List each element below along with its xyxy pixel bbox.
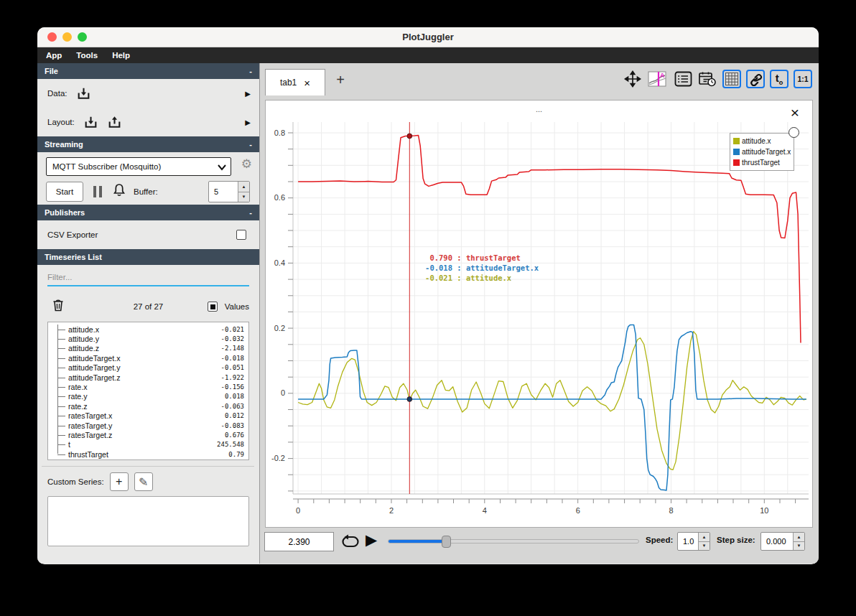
loop-icon[interactable] — [341, 533, 360, 553]
slider-handle[interactable] — [442, 536, 451, 548]
maximize-window-button[interactable] — [78, 32, 87, 42]
timeseries-item[interactable]: attitude.x-0.021 — [48, 325, 244, 334]
timeseries-item[interactable]: thrustTarget0.79 — [48, 449, 244, 459]
timeseries-item[interactable]: ratesTarget.x0.012 — [48, 411, 244, 421]
svg-text:0: 0 — [296, 506, 300, 515]
link-axes-icon[interactable] — [746, 70, 765, 88]
timeseries-item[interactable]: attitude.y-0.032 — [48, 334, 244, 343]
time-offset-icon[interactable]: to — [770, 70, 788, 88]
main-panel: tab1 × + A — [260, 63, 819, 564]
play-button[interactable]: ▶ — [366, 531, 377, 549]
curve-style-icon[interactable]: A — [647, 70, 669, 88]
ratio-one-to-one-icon[interactable]: 1:1 — [794, 70, 812, 88]
timeseries-list[interactable]: attitude.x-0.021 attitude.y-0.032 attitu… — [47, 322, 249, 460]
new-tab-button[interactable]: + — [332, 72, 349, 88]
plot-title[interactable]: ... — [266, 105, 812, 113]
timeseries-item[interactable]: rate.x-0.156 — [48, 382, 244, 391]
data-menu-arrow-icon[interactable]: ▶ — [245, 90, 251, 98]
list-view-icon[interactable] — [674, 70, 692, 88]
date-time-icon[interactable] — [697, 70, 717, 88]
close-window-button[interactable] — [47, 32, 57, 42]
timeseries-item[interactable]: attitudeTarget.x-0.018 — [48, 353, 244, 363]
timeseries-item[interactable]: rate.z-0.063 — [48, 401, 244, 411]
svg-text:0: 0 — [281, 388, 285, 397]
svg-text:0.8: 0.8 — [274, 129, 285, 137]
tracker-line: -0.021 : attitude.x — [419, 273, 539, 283]
streaming-section-header[interactable]: Streaming - — [37, 136, 259, 152]
add-custom-series-button[interactable]: + — [110, 472, 129, 491]
menu-help[interactable]: Help — [112, 51, 130, 60]
svg-text:6: 6 — [576, 506, 580, 515]
legend-swatch — [733, 159, 740, 166]
collapse-icon[interactable]: - — [249, 140, 252, 149]
spin-down-icon[interactable]: ▼ — [238, 192, 249, 202]
grid-layout-icon[interactable] — [722, 70, 741, 88]
collapse-icon[interactable]: - — [249, 208, 252, 217]
pan-arrows-icon[interactable] — [623, 70, 642, 88]
spin-up-icon[interactable]: ▲ — [699, 533, 710, 542]
streaming-settings-gear-icon[interactable]: ⚙ — [241, 157, 252, 172]
collapse-icon[interactable]: - — [249, 67, 252, 75]
load-data-icon[interactable] — [76, 86, 91, 101]
spin-down-icon[interactable]: ▼ — [794, 542, 804, 551]
data-label: Data: — [47, 89, 68, 98]
divider — [42, 466, 254, 467]
bell-icon[interactable] — [112, 182, 126, 200]
publishers-section-header[interactable]: Publishers - — [37, 205, 259, 220]
legend-drag-handle[interactable] — [788, 127, 799, 138]
spin-up-icon[interactable]: ▲ — [794, 533, 804, 542]
timeseries-item[interactable]: ratesTarget.z0.676 — [48, 430, 244, 439]
pause-icon[interactable] — [93, 186, 102, 197]
minimize-window-button[interactable] — [62, 32, 72, 42]
timeseries-item[interactable]: attitude.z-2.148 — [48, 344, 244, 353]
speed-spinbox[interactable]: 1.0 ▲▼ — [677, 532, 710, 551]
spin-up-icon[interactable]: ▲ — [238, 182, 249, 192]
start-button[interactable]: Start — [46, 182, 83, 202]
timeseries-item[interactable]: t245.548 — [48, 440, 244, 449]
timeseries-item[interactable]: ratesTarget.y-0.083 — [48, 421, 244, 430]
legend-item[interactable]: attitude.x — [733, 136, 791, 146]
custom-series-list[interactable] — [47, 496, 249, 546]
data-row: Data: ▶ — [37, 79, 259, 108]
timeseries-item[interactable]: attitudeTarget.z-1.922 — [48, 373, 244, 382]
tab-tab1[interactable]: tab1 × — [265, 69, 325, 95]
csv-exporter-checkbox[interactable] — [236, 230, 246, 240]
legend-swatch — [733, 149, 740, 155]
save-layout-icon[interactable] — [107, 115, 122, 130]
playback-bar: 2.390 ▶ Speed: 1.0 ▲▼ Step size: 0.000 ▲ — [260, 531, 819, 553]
streaming-source-select[interactable]: MQTT Subscriber (Mosquitto) — [46, 157, 231, 176]
menu-app[interactable]: App — [46, 51, 62, 60]
load-layout-icon[interactable] — [83, 115, 98, 130]
layout-menu-arrow-icon[interactable]: ▶ — [245, 118, 251, 126]
tracker-line: -0.018 : attitudeTarget.x — [419, 263, 539, 273]
step-size-spinbox[interactable]: 0.000 ▲▼ — [760, 532, 805, 551]
plot-legend[interactable]: attitude.x attitudeTarget.x thrustTarget — [730, 133, 794, 171]
legend-item[interactable]: attitudeTarget.x — [733, 146, 791, 157]
buffer-spinbox[interactable]: 5 ▲ ▼ — [208, 181, 250, 202]
custom-series-row: Custom Series: + ✎ — [37, 470, 259, 494]
plot-close-icon[interactable]: × — [791, 105, 799, 120]
timeseries-item[interactable]: attitudeTarget.y-0.051 — [48, 363, 244, 373]
plot-widget[interactable]: 0246810-0.200.20.40.60.8 ... × attitude.… — [265, 100, 813, 528]
spin-down-icon[interactable]: ▼ — [699, 542, 710, 551]
step-size-label: Step size: — [717, 536, 755, 544]
timeseries-section-header[interactable]: Timeseries List — [37, 249, 259, 265]
edit-custom-series-button[interactable]: ✎ — [134, 472, 153, 491]
tab-close-icon[interactable]: × — [304, 78, 310, 88]
values-label: Values — [225, 302, 249, 311]
custom-series-label: Custom Series: — [47, 477, 104, 486]
legend-item[interactable]: thrustTarget — [733, 157, 791, 168]
svg-text:-0.2: -0.2 — [271, 454, 285, 462]
svg-text:A: A — [660, 72, 665, 79]
sidebar: File - Data: ▶ Layout: ▶ — [37, 63, 260, 564]
values-checkbox[interactable] — [208, 302, 218, 312]
filter-input[interactable] — [47, 269, 249, 286]
current-time-field[interactable]: 2.390 — [264, 532, 334, 551]
timeseries-toolbar-row: 27 of 27 Values — [37, 297, 259, 317]
menu-tools[interactable]: Tools — [76, 51, 98, 60]
app-window: PlotJuggler App Tools Help File - Data: … — [37, 27, 819, 564]
layout-row: Layout: ▶ — [37, 108, 259, 136]
timeseries-item[interactable]: rate.y0.018 — [48, 392, 244, 401]
file-section-header[interactable]: File - — [37, 63, 259, 79]
timeline-slider[interactable] — [388, 539, 639, 543]
